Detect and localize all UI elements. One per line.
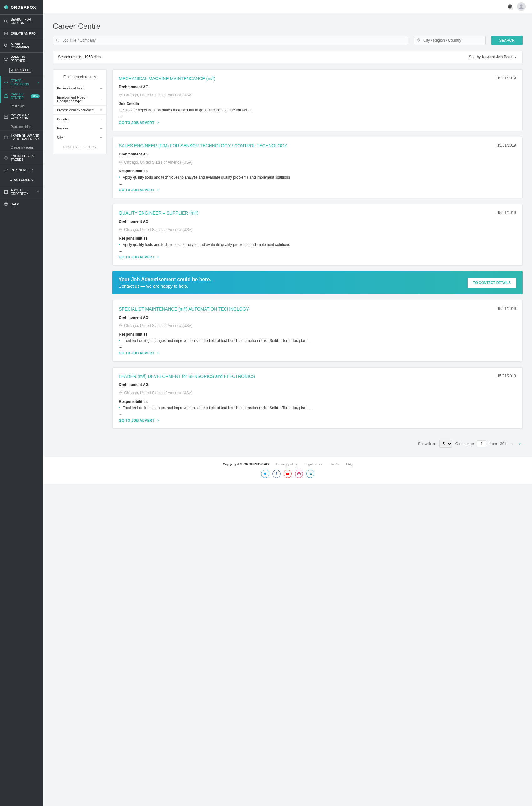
filter-label: City	[57, 135, 99, 139]
job-search-wrapper	[53, 36, 408, 45]
twitter-icon[interactable]	[261, 470, 269, 478]
svg-point-24	[300, 473, 300, 473]
chevron-right-icon	[156, 188, 159, 191]
sidebar-sub-post-job[interactable]: Post a job	[0, 102, 43, 110]
go-to-advert-link[interactable]: GO TO JOB ADVERT	[119, 255, 516, 259]
sort-dropdown[interactable]: Sort by Newest Job Post	[469, 55, 517, 59]
footer-link-legal[interactable]: Legal notice	[304, 462, 323, 466]
job-company: Drehmoment AG	[119, 152, 516, 156]
filter-row-5[interactable]: City	[53, 133, 106, 142]
filter-row-1[interactable]: Employment type / Occupation type	[53, 93, 106, 105]
filter-row-0[interactable]: Professional field	[53, 83, 106, 93]
job-title[interactable]: LEADER (m/f) DEVELOPMENT for SENSORICS a…	[119, 374, 255, 379]
job-company: Drehmoment AG	[119, 383, 516, 387]
globe-icon[interactable]	[508, 4, 513, 9]
job-bullet: Troubleshooting, changes and improvement…	[119, 339, 516, 343]
help-icon	[4, 202, 8, 207]
chevron-down-icon	[37, 190, 40, 194]
promo-subtitle: Contact us — we are happy to help.	[118, 284, 211, 289]
location-input[interactable]	[414, 36, 486, 45]
promo-title: Your Job Advertisement could be here.	[118, 277, 211, 283]
next-page[interactable]	[518, 441, 522, 446]
job-title[interactable]: SALES ENGINEER (F/M) FOR SENSOR TECHNOLO…	[119, 143, 287, 148]
job-title[interactable]: QUALITY ENGINEER – SUPPLIER (m/f)	[119, 211, 198, 215]
sidebar-item-machinery-exchange[interactable]: MACHINERY EXCHANGE	[0, 110, 43, 123]
linkedin-icon[interactable]	[306, 470, 314, 478]
footer-links: Copyright © ORDERFOX AG Privacy policy L…	[43, 462, 532, 466]
filter-row-4[interactable]: Region	[53, 123, 106, 133]
svg-point-4	[6, 82, 6, 83]
pin-icon	[119, 94, 122, 97]
job-ellipsis: ...	[119, 248, 516, 253]
filter-label: Professional field	[57, 86, 99, 90]
user-icon	[518, 3, 525, 10]
go-to-advert-link[interactable]: GO TO JOB ADVERT	[119, 351, 516, 355]
logo[interactable]: ORDERFOX	[0, 0, 43, 14]
sidebar-item-trade-show[interactable]: TRADE SHOW AND EVENT CALENDAR	[0, 130, 43, 144]
go-to-advert-link[interactable]: GO TO JOB ADVERT	[119, 419, 516, 422]
sidebar-item-other-functions[interactable]: OTHER FUNCTIONS	[0, 76, 43, 89]
job-company: Drehmoment AG	[119, 315, 516, 320]
topbar	[43, 0, 532, 13]
footer-link-privacy[interactable]: Privacy policy	[276, 462, 297, 466]
job-company: Drehmoment AG	[119, 85, 516, 89]
filter-label: Region	[57, 126, 99, 130]
sidebar-item-career-centre[interactable]: CAREER CENTRE NEW	[0, 89, 43, 102]
filter-row-3[interactable]: Country	[53, 114, 106, 123]
svg-point-19	[120, 229, 121, 230]
prev-page[interactable]	[510, 441, 514, 446]
filter-row-2[interactable]: Professional experience	[53, 105, 106, 114]
instagram-icon[interactable]	[295, 470, 303, 478]
job-ellipsis: ...	[119, 114, 516, 118]
job-ellipsis: ...	[119, 181, 516, 186]
results-bar: Search results: 1953 Hits Sort by Newest…	[53, 51, 522, 63]
sidebar: ORDERFOX SEARCH FOR ORDERS CREATE AN RFQ…	[0, 0, 43, 806]
youtube-icon[interactable]	[284, 470, 292, 478]
go-to-advert-link[interactable]: GO TO JOB ADVERT	[119, 188, 516, 192]
promo-button[interactable]: TO CONTACT DETAILS	[468, 278, 516, 288]
svg-point-23	[298, 473, 300, 475]
svg-point-16	[418, 39, 419, 40]
reset-filters[interactable]: RESET ALL FILTERS	[53, 142, 106, 150]
pin-icon	[119, 324, 122, 327]
filter-label: Employment type / Occupation type	[57, 95, 99, 103]
search-button[interactable]: SEARCH	[491, 36, 522, 45]
sidebar-sub-create-event[interactable]: Create my event	[0, 144, 43, 151]
page-title: Career Centre	[53, 22, 522, 31]
star-icon	[4, 57, 8, 61]
sidebar-item-search-orders[interactable]: SEARCH FOR ORDERS	[0, 14, 43, 28]
avatar[interactable]	[517, 2, 526, 11]
chevron-down-icon	[514, 56, 517, 59]
sidebar-sub-place-machine[interactable]: Place machine	[0, 123, 43, 130]
job-bullet: Apply quality tools and techniques to an…	[119, 175, 516, 179]
lines-select[interactable]: 5	[439, 440, 452, 447]
job-section-title: Responsibilities	[119, 169, 516, 173]
sidebar-item-help[interactable]: HELP	[0, 198, 43, 210]
job-title[interactable]: MECHANICAL MACHINE MAINTENCANCE (m/f)	[119, 76, 215, 81]
svg-rect-7	[4, 115, 8, 118]
footer-link-tc[interactable]: T&Cs	[330, 462, 339, 466]
job-location: Chicago, United States of America (USA)	[119, 93, 516, 97]
sidebar-item-knowledge[interactable]: KNOWLEDGE & TRENDS	[0, 151, 43, 165]
sidebar-item-create-rfq[interactable]: CREATE AN RFQ	[0, 28, 43, 39]
pagination: Show lines 5 Go to page from 391	[112, 435, 522, 457]
chevron-down-icon	[99, 127, 102, 130]
footer-link-faq[interactable]: FAQ	[346, 462, 353, 466]
sidebar-item-premium-partner[interactable]: PREMIUM PARTNER	[0, 52, 43, 66]
sidebar-item-partnership[interactable]: PARTNERSHIP	[0, 165, 43, 175]
go-to-advert-link[interactable]: GO TO JOB ADVERT	[119, 121, 516, 124]
chevron-down-icon	[99, 87, 102, 90]
page-input[interactable]	[477, 440, 486, 447]
chevron-down-icon	[99, 109, 102, 112]
job-location: Chicago, United States of America (USA)	[119, 391, 516, 395]
facebook-icon[interactable]	[272, 470, 281, 478]
dots-icon	[4, 80, 8, 85]
job-date: 15/01/2019	[497, 307, 516, 311]
job-title-input[interactable]	[53, 36, 408, 45]
new-badge: NEW	[31, 94, 40, 98]
check-icon	[4, 168, 8, 172]
sidebar-item-about[interactable]: ABOUT ORDERFOX	[0, 185, 43, 198]
sidebar-item-search-companies[interactable]: SEARCH COMPANIES	[0, 39, 43, 52]
job-date: 15/01/2019	[497, 143, 516, 148]
job-title[interactable]: SPECIALIST MAINTENANCE (m/f) AUTOMATION …	[119, 307, 249, 311]
